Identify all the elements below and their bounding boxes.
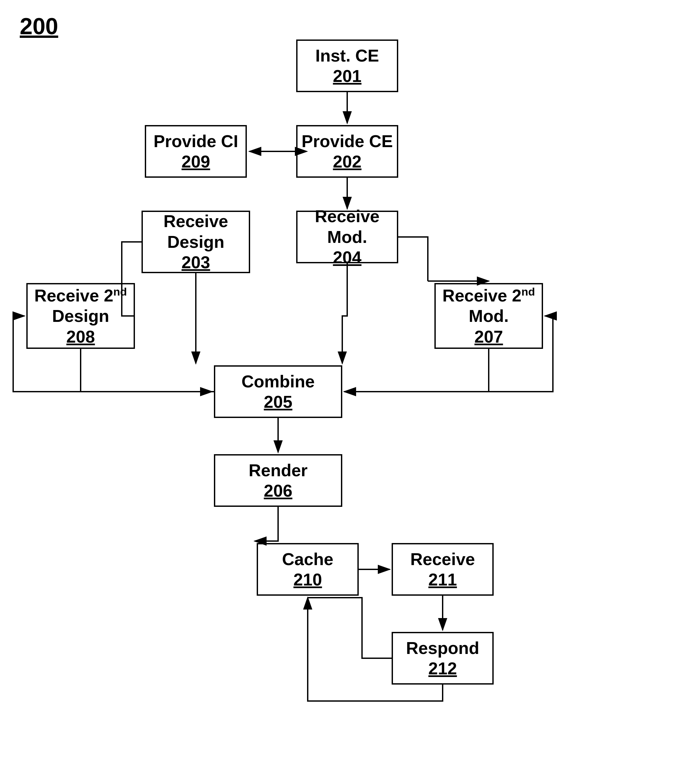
node-204-label: Receive Mod. bbox=[298, 206, 397, 247]
node-208-id: 208 bbox=[67, 327, 95, 347]
node-210: Cache 210 bbox=[257, 543, 359, 596]
node-205-label: Combine bbox=[242, 371, 315, 392]
arrow-206-210 bbox=[255, 507, 278, 541]
arrows-svg bbox=[0, 0, 700, 780]
node-206: Render 206 bbox=[214, 454, 342, 507]
node-211-id: 211 bbox=[428, 569, 457, 590]
node-210-label: Cache bbox=[282, 549, 333, 569]
node-206-label: Render bbox=[248, 460, 307, 480]
node-202-label: Provide CE bbox=[302, 131, 393, 152]
node-205: Combine 205 bbox=[214, 365, 342, 418]
node-207: Receive 2ndMod. 207 bbox=[434, 283, 543, 349]
node-202: Provide CE 202 bbox=[296, 125, 398, 178]
node-206-id: 206 bbox=[264, 480, 293, 501]
node-209-id: 209 bbox=[182, 152, 210, 172]
arrow-204-205 bbox=[342, 263, 347, 363]
node-210-id: 210 bbox=[293, 569, 322, 590]
line-204-207 bbox=[398, 237, 428, 281]
node-201: Inst. CE 201 bbox=[296, 40, 398, 92]
arrow-207-205 bbox=[344, 349, 489, 392]
node-209-label: Provide CI bbox=[153, 131, 238, 152]
node-212: Respond 212 bbox=[392, 632, 493, 685]
diagram-container: 200 Inst. CE 201 Provide CE 202 Provide … bbox=[0, 0, 700, 780]
node-201-id: 201 bbox=[333, 66, 362, 86]
node-202-id: 202 bbox=[333, 152, 362, 172]
node-203-label: ReceiveDesign bbox=[163, 211, 228, 252]
node-208: Receive 2ndDesign 208 bbox=[26, 283, 135, 349]
node-203: ReceiveDesign 203 bbox=[142, 211, 250, 273]
node-207-id: 207 bbox=[475, 327, 503, 347]
node-207-label: Receive 2ndMod. bbox=[442, 285, 535, 327]
node-204-id: 204 bbox=[333, 247, 362, 268]
node-212-id: 212 bbox=[428, 658, 457, 678]
arrow-208-205 bbox=[81, 349, 212, 392]
node-204: Receive Mod. 204 bbox=[296, 211, 398, 263]
node-212-label: Respond bbox=[406, 638, 479, 658]
node-211-label: Receive bbox=[410, 549, 475, 569]
node-209: Provide CI 209 bbox=[145, 125, 247, 178]
line-212-to-210-area bbox=[359, 598, 392, 658]
diagram-title: 200 bbox=[20, 13, 58, 40]
node-211: Receive 211 bbox=[392, 543, 493, 596]
node-201-label: Inst. CE bbox=[315, 45, 379, 66]
node-203-id: 203 bbox=[182, 252, 210, 273]
node-205-id: 205 bbox=[264, 392, 293, 412]
node-208-label: Receive 2ndDesign bbox=[34, 285, 127, 327]
